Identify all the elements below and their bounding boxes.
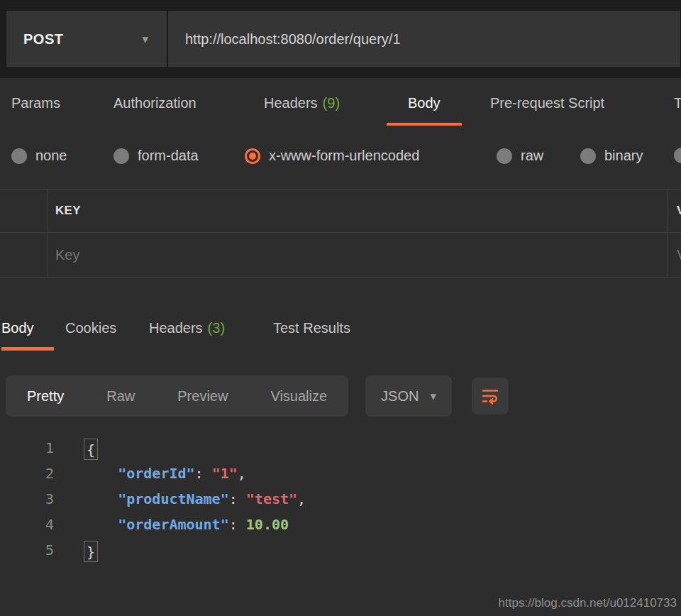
body-type-form-data[interactable]: form-data	[114, 148, 199, 164]
token-brace: }	[84, 541, 98, 562]
tab-label: Body	[408, 95, 441, 111]
language-label: JSON	[381, 388, 419, 405]
request-tab-tests[interactable]: Tests	[674, 95, 681, 126]
body-type-x-www-form-urlencoded[interactable]: x-www-form-urlencoded	[245, 148, 419, 164]
radio-icon	[674, 148, 681, 163]
radio-icon	[114, 148, 129, 164]
key-input[interactable]: Key	[48, 247, 79, 263]
code-line: 3 "productName": "test",	[0, 486, 681, 512]
radio-icon	[497, 148, 512, 164]
token-key: "productName"	[118, 490, 229, 507]
body-type-binary[interactable]: binary	[580, 148, 643, 164]
body-type-none[interactable]: none	[11, 148, 67, 164]
radio-label: x-www-form-urlencoded	[269, 148, 419, 164]
response-tab-test-results[interactable]: Test Results	[273, 320, 350, 351]
tab-label: Headers	[149, 320, 203, 336]
token-plain: :	[229, 490, 246, 507]
request-tab-authorization[interactable]: Authorization	[114, 95, 196, 126]
token-plain: :	[229, 516, 246, 533]
tab-label: Body	[1, 320, 34, 336]
token-plain	[84, 465, 118, 482]
tab-label: Tests	[674, 95, 681, 111]
response-tab-cookies[interactable]: Cookies	[65, 320, 116, 351]
code-text: "productName": "test",	[84, 486, 306, 512]
row-checkbox-cell[interactable]	[0, 233, 48, 277]
radio-icon	[580, 148, 596, 164]
url-input[interactable]: http://localhost:8080/order/query/1	[168, 11, 680, 67]
tab-label: Params	[11, 95, 60, 111]
code-line: 5}	[0, 537, 681, 563]
line-number: 5	[0, 537, 54, 563]
radio-icon	[245, 148, 260, 164]
language-dropdown[interactable]: JSON ▾	[365, 375, 452, 417]
body-type-options: noneform-datax-www-form-urlencodedrawbin…	[0, 145, 681, 170]
watermark-text: https://blog.csdn.net/u012410733	[499, 596, 677, 610]
response-tab-body[interactable]: Body	[1, 320, 34, 351]
method-label: POST	[23, 31, 63, 48]
token-plain: :	[195, 465, 212, 482]
code-text: "orderAmount": 10.00	[84, 512, 289, 537]
code-line: 4 "orderAmount": 10.00	[0, 512, 681, 537]
tab-count: (3)	[208, 320, 225, 336]
tab-label: Pre-request Script	[490, 95, 604, 111]
token-brace: {	[84, 439, 98, 460]
view-mode-visualize[interactable]: Visualize	[270, 388, 327, 405]
chevron-down-icon: ▾	[430, 390, 436, 402]
code-text: }	[84, 537, 98, 563]
request-tab-params[interactable]: Params	[11, 95, 60, 126]
request-bar: POST ▾ http://localhost:8080/order/query…	[6, 10, 681, 68]
body-type-raw[interactable]: raw	[497, 148, 543, 164]
code-line: 1{	[0, 435, 681, 461]
token-number: 10.00	[246, 516, 289, 533]
wrap-lines-icon	[480, 385, 501, 407]
radio-label: raw	[521, 148, 543, 164]
code-line: 2 "orderId": "1",	[0, 461, 681, 486]
response-body-json: 1{2 "orderId": "1",3 "productName": "tes…	[0, 435, 681, 563]
token-plain: ,	[297, 490, 306, 507]
tab-label: Authorization	[114, 95, 196, 111]
tab-label: Test Results	[273, 320, 350, 336]
radio-label: none	[35, 148, 67, 164]
request-tabs: ParamsAuthorizationHeaders(9)BodyPre-req…	[0, 92, 681, 131]
response-tab-headers[interactable]: Headers(3)	[149, 320, 225, 351]
line-number: 4	[0, 512, 54, 537]
table-header-row: KEY VALUE	[0, 189, 681, 233]
urlencoded-params-table: KEY VALUE Key Value	[0, 189, 681, 277]
request-header: POST ▾ http://localhost:8080/order/query…	[0, 0, 681, 78]
request-tab-body[interactable]: Body	[408, 95, 441, 126]
radio-label: binary	[604, 148, 643, 164]
tab-label: Headers	[264, 95, 318, 111]
view-mode-group: PrettyRawPreviewVisualize	[6, 375, 348, 417]
response-tabs: BodyCookiesHeaders(3)Test Results	[0, 320, 681, 356]
view-mode-pretty[interactable]: Pretty	[27, 388, 64, 405]
chevron-down-icon: ▾	[142, 33, 148, 45]
body-type-partial[interactable]	[674, 148, 681, 163]
value-input[interactable]: Value	[668, 233, 681, 277]
token-plain: ,	[238, 465, 246, 482]
request-tab-headers[interactable]: Headers(9)	[264, 95, 340, 126]
select-all-column[interactable]	[0, 189, 48, 232]
line-number: 3	[0, 486, 54, 512]
tab-label: Cookies	[65, 320, 116, 336]
code-text: {	[84, 435, 98, 461]
table-row: Key Value	[0, 233, 681, 277]
tab-count: (9)	[323, 95, 340, 111]
request-tab-pre-request-script[interactable]: Pre-request Script	[490, 95, 604, 126]
response-viewer-toolbar: PrettyRawPreviewVisualize JSON ▾	[6, 375, 681, 417]
token-key: "orderId"	[118, 465, 194, 482]
radio-icon	[11, 148, 27, 164]
token-string: "1"	[212, 465, 238, 482]
wrap-lines-button[interactable]	[472, 378, 509, 414]
view-mode-raw[interactable]: Raw	[106, 388, 135, 405]
value-column-header: VALUE	[668, 189, 681, 232]
code-text: "orderId": "1",	[84, 461, 246, 486]
token-plain	[84, 516, 118, 533]
line-number: 2	[0, 461, 54, 486]
method-dropdown[interactable]: POST ▾	[6, 11, 168, 67]
token-key: "orderAmount"	[118, 516, 229, 533]
view-mode-preview[interactable]: Preview	[177, 388, 228, 405]
token-plain	[84, 490, 118, 507]
key-column-header: KEY	[48, 204, 81, 218]
radio-label: form-data	[138, 148, 199, 164]
token-string: "test"	[246, 490, 297, 507]
